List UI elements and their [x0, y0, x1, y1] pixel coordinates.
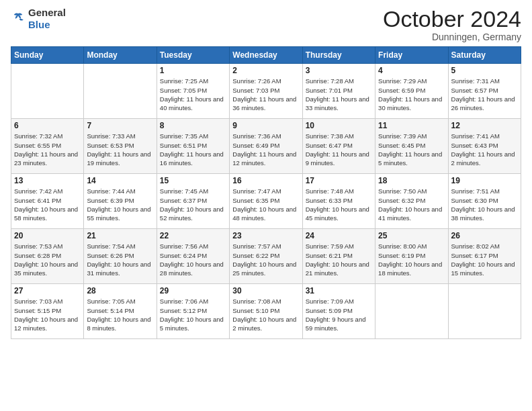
day-number: 26: [451, 231, 518, 240]
day-info: Sunrise: 8:02 AMSunset: 6:17 PMDaylight:…: [451, 242, 518, 277]
day-number: 16: [232, 176, 299, 185]
day-info: Sunrise: 7:26 AMSunset: 7:03 PMDaylight:…: [232, 77, 299, 112]
day-info: Sunrise: 7:06 AMSunset: 5:12 PMDaylight:…: [160, 297, 226, 332]
day-number: 7: [87, 121, 153, 130]
logo-general: General: [28, 7, 66, 18]
day-number: 1: [160, 66, 226, 75]
day-number: 11: [378, 121, 445, 130]
day-info: Sunrise: 7:35 AMSunset: 6:51 PMDaylight:…: [160, 132, 226, 167]
calendar-cell: 19Sunrise: 7:51 AMSunset: 6:30 PMDayligh…: [448, 174, 521, 229]
calendar-cell: 15Sunrise: 7:45 AMSunset: 6:37 PMDayligh…: [157, 174, 229, 229]
day-number: 3: [306, 66, 372, 75]
logo-bird-icon: [11, 11, 26, 26]
day-info: Sunrise: 7:41 AMSunset: 6:43 PMDaylight:…: [451, 132, 518, 167]
calendar-cell: 7Sunrise: 7:33 AMSunset: 6:53 PMDaylight…: [84, 119, 157, 174]
calendar-cell: 5Sunrise: 7:31 AMSunset: 6:57 PMDaylight…: [448, 64, 521, 119]
calendar-cell: 29Sunrise: 7:06 AMSunset: 5:12 PMDayligh…: [157, 284, 229, 339]
header-day-thursday: Thursday: [302, 47, 375, 64]
calendar-cell: 2Sunrise: 7:26 AMSunset: 7:03 PMDaylight…: [230, 64, 302, 119]
week-row-1: 1Sunrise: 7:25 AMSunset: 7:05 PMDaylight…: [11, 64, 521, 119]
header-day-friday: Friday: [375, 47, 448, 64]
day-info: Sunrise: 7:45 AMSunset: 6:37 PMDaylight:…: [160, 187, 226, 222]
day-number: 5: [451, 66, 518, 75]
logo-blue: Blue: [28, 19, 50, 30]
day-number: 19: [451, 176, 518, 185]
calendar-cell: 17Sunrise: 7:48 AMSunset: 6:33 PMDayligh…: [302, 174, 375, 229]
week-row-2: 6Sunrise: 7:32 AMSunset: 6:55 PMDaylight…: [11, 119, 521, 174]
calendar-cell: [375, 284, 448, 339]
day-number: 6: [14, 121, 81, 130]
week-row-3: 13Sunrise: 7:42 AMSunset: 6:41 PMDayligh…: [11, 174, 521, 229]
header-day-tuesday: Tuesday: [157, 47, 229, 64]
calendar-cell: 26Sunrise: 8:02 AMSunset: 6:17 PMDayligh…: [448, 229, 521, 284]
calendar-cell: 27Sunrise: 7:03 AMSunset: 5:15 PMDayligh…: [11, 284, 84, 339]
logo: General Blue: [11, 7, 66, 31]
day-number: 29: [160, 286, 226, 295]
calendar-cell: 20Sunrise: 7:53 AMSunset: 6:28 PMDayligh…: [11, 229, 84, 284]
calendar-cell: 22Sunrise: 7:56 AMSunset: 6:24 PMDayligh…: [157, 229, 229, 284]
calendar-cell: 30Sunrise: 7:08 AMSunset: 5:10 PMDayligh…: [230, 284, 302, 339]
day-number: 10: [306, 121, 372, 130]
day-info: Sunrise: 7:56 AMSunset: 6:24 PMDaylight:…: [160, 242, 226, 277]
calendar-cell: 31Sunrise: 7:09 AMSunset: 5:09 PMDayligh…: [302, 284, 375, 339]
day-number: 13: [14, 176, 81, 185]
calendar-cell: 28Sunrise: 7:05 AMSunset: 5:14 PMDayligh…: [84, 284, 157, 339]
day-info: Sunrise: 7:51 AMSunset: 6:30 PMDaylight:…: [451, 187, 518, 222]
day-info: Sunrise: 7:50 AMSunset: 6:32 PMDaylight:…: [378, 187, 445, 222]
page: General Blue October 2024 Dunningen, Ger…: [0, 0, 532, 411]
calendar-cell: 4Sunrise: 7:29 AMSunset: 6:59 PMDaylight…: [375, 64, 448, 119]
day-number: 2: [232, 66, 299, 75]
logo-text: General Blue: [28, 7, 66, 31]
calendar-cell: 8Sunrise: 7:35 AMSunset: 6:51 PMDaylight…: [157, 119, 229, 174]
calendar-cell: 10Sunrise: 7:38 AMSunset: 6:47 PMDayligh…: [302, 119, 375, 174]
day-info: Sunrise: 7:47 AMSunset: 6:35 PMDaylight:…: [232, 187, 299, 222]
calendar-table: SundayMondayTuesdayWednesdayThursdayFrid…: [11, 46, 521, 339]
day-info: Sunrise: 7:48 AMSunset: 6:33 PMDaylight:…: [306, 187, 372, 222]
day-number: 18: [378, 176, 445, 185]
day-info: Sunrise: 7:42 AMSunset: 6:41 PMDaylight:…: [14, 187, 81, 222]
calendar-cell: 16Sunrise: 7:47 AMSunset: 6:35 PMDayligh…: [230, 174, 302, 229]
calendar-cell: 6Sunrise: 7:32 AMSunset: 6:55 PMDaylight…: [11, 119, 84, 174]
calendar-cell: 1Sunrise: 7:25 AMSunset: 7:05 PMDaylight…: [157, 64, 229, 119]
calendar-cell: 21Sunrise: 7:54 AMSunset: 6:26 PMDayligh…: [84, 229, 157, 284]
week-row-4: 20Sunrise: 7:53 AMSunset: 6:28 PMDayligh…: [11, 229, 521, 284]
day-number: 14: [87, 176, 153, 185]
day-info: Sunrise: 7:38 AMSunset: 6:47 PMDaylight:…: [306, 132, 372, 167]
header-day-wednesday: Wednesday: [230, 47, 302, 64]
title-area: October 2024 Dunningen, Germany: [383, 7, 521, 42]
calendar-cell: 14Sunrise: 7:44 AMSunset: 6:39 PMDayligh…: [84, 174, 157, 229]
week-row-5: 27Sunrise: 7:03 AMSunset: 5:15 PMDayligh…: [11, 284, 521, 339]
day-number: 21: [87, 231, 153, 240]
header-day-monday: Monday: [84, 47, 157, 64]
day-info: Sunrise: 7:44 AMSunset: 6:39 PMDaylight:…: [87, 187, 153, 222]
day-info: Sunrise: 7:29 AMSunset: 6:59 PMDaylight:…: [378, 77, 445, 112]
day-number: 17: [306, 176, 372, 185]
calendar-cell: 11Sunrise: 7:39 AMSunset: 6:45 PMDayligh…: [375, 119, 448, 174]
day-info: Sunrise: 7:54 AMSunset: 6:26 PMDaylight:…: [87, 242, 153, 277]
calendar-cell: 18Sunrise: 7:50 AMSunset: 6:32 PMDayligh…: [375, 174, 448, 229]
day-number: 15: [160, 176, 226, 185]
calendar-cell: 3Sunrise: 7:28 AMSunset: 7:01 PMDaylight…: [302, 64, 375, 119]
day-number: 31: [306, 286, 372, 295]
calendar-cell: [84, 64, 157, 119]
day-info: Sunrise: 7:31 AMSunset: 6:57 PMDaylight:…: [451, 77, 518, 112]
calendar-cell: 13Sunrise: 7:42 AMSunset: 6:41 PMDayligh…: [11, 174, 84, 229]
day-number: 4: [378, 66, 445, 75]
calendar-cell: [11, 64, 84, 119]
day-number: 25: [378, 231, 445, 240]
day-number: 9: [232, 121, 299, 130]
calendar-cell: 23Sunrise: 7:57 AMSunset: 6:22 PMDayligh…: [230, 229, 302, 284]
day-info: Sunrise: 7:25 AMSunset: 7:05 PMDaylight:…: [160, 77, 226, 112]
day-number: 12: [451, 121, 518, 130]
header-day-saturday: Saturday: [448, 47, 521, 64]
calendar-cell: 12Sunrise: 7:41 AMSunset: 6:43 PMDayligh…: [448, 119, 521, 174]
day-number: 22: [160, 231, 226, 240]
day-number: 23: [232, 231, 299, 240]
day-info: Sunrise: 7:28 AMSunset: 7:01 PMDaylight:…: [306, 77, 372, 112]
day-number: 27: [14, 286, 81, 295]
day-number: 28: [87, 286, 153, 295]
day-info: Sunrise: 7:09 AMSunset: 5:09 PMDaylight:…: [306, 297, 372, 332]
day-number: 8: [160, 121, 226, 130]
day-info: Sunrise: 7:05 AMSunset: 5:14 PMDaylight:…: [87, 297, 153, 332]
calendar-cell: 25Sunrise: 8:00 AMSunset: 6:19 PMDayligh…: [375, 229, 448, 284]
